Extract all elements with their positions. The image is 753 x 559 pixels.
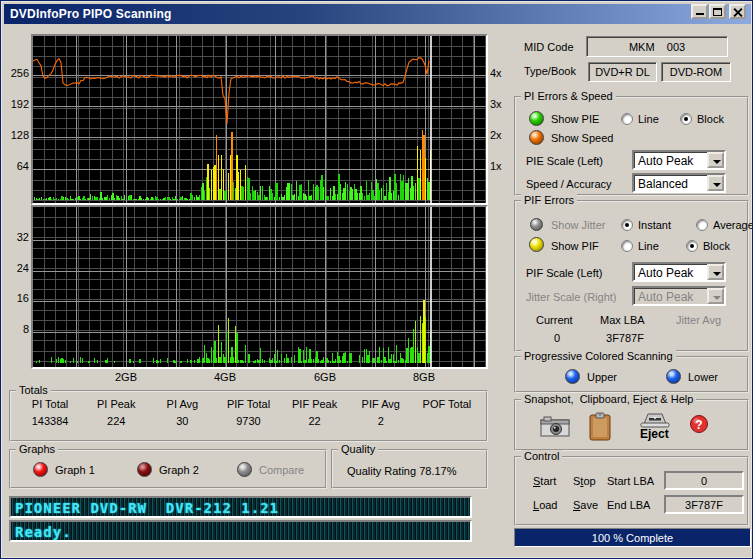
status-display: Ready. [9, 520, 472, 542]
graph2-led-button[interactable] [137, 462, 152, 477]
close-button[interactable] [729, 4, 746, 19]
totals-header: PIF Avg [348, 398, 414, 410]
pif-scale-dropdown-button[interactable] [707, 264, 724, 280]
show-pif-label: Show PIF [551, 240, 599, 252]
totals-header: PI Avg [149, 398, 215, 410]
pie-speed-plot [33, 36, 486, 203]
show-jitter-led-button[interactable] [530, 218, 543, 231]
clipboard-button[interactable] [588, 412, 612, 443]
speed-accuracy-select[interactable]: Balanced [632, 173, 726, 193]
minimize-button[interactable] [691, 4, 708, 19]
start-button[interactable]: Start [533, 475, 556, 487]
control-title: Control [521, 450, 562, 462]
pie-scale-select[interactable]: Auto Peak [632, 150, 726, 170]
control-group: Control Start Stop Start LBA 0 Load Save… [514, 456, 749, 526]
lower-led-button[interactable] [666, 369, 681, 384]
eject-label: Eject [640, 427, 669, 441]
minimize-icon [696, 13, 704, 15]
totals-group: Totals PI Total PI Peak PI Avg PIF Total… [9, 390, 488, 442]
show-pif-led-button[interactable] [529, 237, 544, 252]
help-button[interactable]: ? [689, 414, 709, 436]
disc-type-value: DVD+R DL [588, 62, 657, 82]
app-window: DVDInfoPro PIPO Scanning 256 192 128 64 … [0, 0, 753, 559]
pif-plot [33, 207, 486, 367]
speed-accuracy-label: Speed / Accuracy [526, 178, 612, 190]
totals-title: Totals [16, 384, 51, 396]
pif-block-label: Block [703, 240, 730, 252]
load-button[interactable]: Load [533, 499, 557, 511]
end-lba-label: End LBA [607, 499, 650, 511]
jitter-scale-dropdown-button [707, 288, 724, 304]
stop-button[interactable]: Stop [573, 475, 596, 487]
jitter-instant-radio[interactable] [621, 219, 633, 231]
speed-accuracy-dropdown-button[interactable] [707, 175, 724, 191]
graph2-label: Graph 2 [159, 464, 199, 476]
y-tick-8: 8 [3, 323, 29, 335]
start-lba-field[interactable]: 0 [664, 471, 744, 490]
graphs-title: Graphs [16, 443, 58, 455]
totals-value: 9730 [215, 415, 281, 427]
pie-scale-value: Auto Peak [638, 154, 693, 168]
chevron-down-icon [713, 160, 721, 164]
pif-scale-label: PIF Scale (Left) [526, 267, 602, 279]
totals-value: 224 [83, 415, 149, 427]
end-lba-value: 3F787F [685, 499, 723, 511]
pif-scale-select[interactable]: Auto Peak [632, 262, 726, 282]
jitter-average-radio[interactable] [696, 219, 708, 231]
pif-errors-group: PIF Errors Show Jitter Instant Average S… [514, 200, 749, 352]
mid-code-value: MKM 003 [586, 36, 728, 57]
lower-label: Lower [688, 371, 718, 383]
chevron-down-icon [713, 183, 721, 187]
speed-accuracy-value: Balanced [638, 177, 688, 191]
pie-line-label: Line [638, 113, 659, 125]
show-speed-led-button[interactable] [529, 130, 544, 145]
x-tick-6gb: 6GB [310, 371, 340, 383]
pif-scale-value: Auto Peak [638, 266, 693, 280]
y-tick-256: 256 [3, 67, 29, 79]
compare-led-button[interactable] [237, 462, 252, 477]
max-lba-label: Max LBA [600, 314, 645, 326]
totals-header: POF Total [414, 398, 480, 410]
pie-block-label: Block [697, 113, 724, 125]
eject-button[interactable]: Eject [638, 411, 672, 431]
maximize-button[interactable] [709, 4, 726, 19]
snapshot-button[interactable] [540, 415, 570, 439]
totals-value: 2 [348, 415, 414, 427]
quality-group: Quality Quality Rating 78.17% [331, 449, 488, 489]
y-tick-192: 192 [3, 98, 29, 110]
progressive-scanning-group: Progressive Colored Scanning Upper Lower [514, 356, 749, 393]
current-label: Current [536, 314, 573, 326]
title-bar[interactable]: DVDInfoPro PIPO Scanning [4, 4, 751, 24]
show-jitter-label: Show Jitter [551, 219, 605, 231]
close-icon [733, 8, 742, 17]
type-book-label: Type/Book [524, 65, 576, 77]
start-lba-value: 0 [701, 475, 707, 487]
y-tick-16: 16 [3, 292, 29, 304]
progress-bar: 100 % Complete [514, 528, 751, 547]
jitter-scale-label: Jitter Scale (Right) [526, 291, 616, 303]
upper-label: Upper [587, 371, 617, 383]
totals-header: PIF Peak [282, 398, 348, 410]
disc-type-text: DVD+R DL [595, 66, 650, 78]
pie-line-radio[interactable] [621, 113, 633, 125]
y-tick-32: 32 [3, 231, 29, 243]
pif-block-radio[interactable] [686, 240, 698, 252]
pie-block-radio[interactable] [680, 113, 692, 125]
totals-headers: PI Total PI Peak PI Avg PIF Total PIF Pe… [17, 398, 480, 410]
end-lba-field[interactable]: 3F787F [664, 495, 744, 514]
pie-speed-graph [31, 34, 488, 205]
upper-led-button[interactable] [565, 369, 580, 384]
show-pie-led-button[interactable] [529, 111, 544, 126]
graph1-led-button[interactable] [33, 462, 48, 477]
save-button[interactable]: Save [573, 499, 598, 511]
help-icon: ? [689, 414, 709, 434]
status-text: Ready. [15, 524, 72, 540]
speed-tick-4x: 4x [490, 67, 512, 79]
totals-value: 143384 [17, 415, 83, 427]
pif-line-radio[interactable] [621, 240, 633, 252]
x-tick-4gb: 4GB [210, 371, 240, 383]
maximize-icon [713, 8, 722, 16]
pi-errors-speed-title: PI Errors & Speed [521, 90, 616, 102]
current-value: 0 [536, 332, 578, 344]
pie-scale-dropdown-button[interactable] [707, 152, 724, 168]
